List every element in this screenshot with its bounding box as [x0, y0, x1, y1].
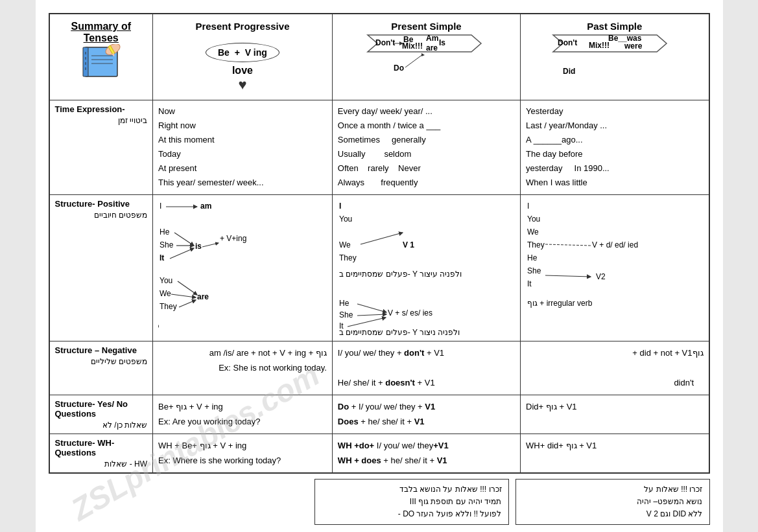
svg-text:were: were: [624, 41, 643, 51]
svg-text:V 1: V 1: [403, 240, 414, 249]
svg-text:is: is: [195, 242, 202, 251]
bottom-notes: זכרו !!! שאלות על הנושא בלבד תמיד יהיה ע…: [49, 479, 710, 526]
past-header-diagram: Don't Be__was were Mix!!! Did: [550, 32, 680, 87]
svg-text:V2: V2: [596, 272, 606, 281]
svg-line-37: [170, 248, 194, 259]
svg-line-59: [357, 314, 386, 316]
page: ZSLprintables.com Summary of Tenses: [36, 0, 723, 532]
struct-yn-ps: Do + I/ you/ we/ they + V1 Does + he/ sh…: [332, 395, 520, 434]
time-expression-row: Time Expression- ביטויי זמן NowRight now…: [49, 100, 709, 195]
struct-wh-pp: WH + Be+ גוף + V + ing Ex: Where is she …: [153, 434, 333, 473]
svg-text:Did: Did: [563, 67, 575, 76]
main-table: Summary of Tenses: [49, 13, 710, 474]
struct-yn-row: Structure- Yes/ No Questions שאלות כן/ ל…: [49, 395, 709, 434]
svg-text:פעלים שמסתיימים ב- Y ולפניה ני: פעלים שמסתיימים ב- Y ולפניה ניצור: [339, 328, 460, 335]
svg-text:V + d/ ed/ ied: V + d/ ed/ ied: [592, 240, 638, 249]
struct-neg-ps: I/ you/ we/ they + don't + V1 He/ she/ i…: [332, 341, 520, 395]
svg-text:You: You: [160, 276, 172, 285]
svg-text:I: I: [527, 202, 529, 211]
struct-wh-past: WH+ did+ גוף + V1: [521, 434, 709, 473]
struct-wh-label: Structure- WH- Questions WH - שאלות: [49, 434, 153, 473]
ps-structure-diagram: I You We They V 1 פעלים שמסתיימים ב- Y ו…: [338, 199, 468, 335]
bottom-note2: זכרו !!! שאלות על נושא המשפט– יהיה ללא D…: [515, 479, 710, 526]
struct-yn-label: Structure- Yes/ No Questions שאלות כן/ ל…: [49, 395, 153, 434]
svg-line-40: [202, 243, 219, 247]
header-row: Summary of Tenses: [49, 14, 709, 100]
svg-text:Is: Is: [439, 38, 445, 47]
struct-wh-ps: WH +do+ I/ you/ we/ they+V1 WH + does + …: [332, 434, 520, 473]
svg-line-58: [357, 304, 386, 312]
svg-rect-1: [83, 47, 88, 76]
col1-header: Summary of Tenses: [49, 14, 153, 100]
time-past: Yesterday Last / year/Monday ... A _____…: [521, 100, 709, 195]
svg-text:פעלים שמסתיימים באותיות שורקות: פעלים שמסתיימים באותיות שורקות +: [158, 321, 160, 330]
svg-line-35: [174, 233, 194, 246]
svg-text:He: He: [160, 227, 170, 237]
bottom-note1: זכרו !!! שאלות על הנושא בלבד תמיד יהיה ע…: [314, 479, 509, 526]
svg-text:They: They: [160, 302, 177, 311]
struct-positive-row: Structure- Positive משפטים חיוביים I am: [49, 194, 709, 341]
svg-text:It: It: [160, 253, 164, 262]
notebook-icon: [75, 44, 127, 83]
struct-yn-past: Did+ גוף + V1: [521, 395, 709, 434]
svg-text:He: He: [339, 299, 349, 308]
svg-text:am: am: [200, 202, 211, 211]
col2-header: Present Progressive Be + V ing love ♥: [153, 14, 333, 100]
svg-text:Mix!!!: Mix!!!: [402, 41, 423, 51]
svg-text:Mix!!!: Mix!!!: [589, 41, 610, 50]
struct-pos-past: I You We They He She It V + d/ ed/ ied V…: [521, 194, 709, 341]
col4-header: Past Simple Don't Be__was were Mix!!! Di…: [521, 14, 709, 100]
pp-formula: Be + V ing love ♥: [158, 43, 327, 93]
svg-text:We: We: [527, 227, 539, 237]
svg-text:She: She: [339, 310, 353, 319]
svg-text:She: She: [160, 240, 174, 249]
svg-line-21: [405, 54, 423, 67]
svg-text:Do: Do: [394, 64, 404, 73]
svg-text:You: You: [339, 214, 352, 224]
struct-yn-pp: Be+ גוף + V + ing Ex: Are you working to…: [153, 395, 333, 434]
svg-marker-22: [421, 53, 425, 56]
svg-line-44: [178, 281, 197, 295]
svg-text:Don't: Don't: [558, 38, 577, 47]
time-ps: Every day/ week/ year/ ... Once a month …: [332, 100, 520, 195]
svg-line-46: [179, 300, 196, 307]
svg-text:We: We: [160, 289, 171, 298]
svg-text:+ V+ing: + V+ing: [220, 234, 246, 243]
svg-text:They: They: [527, 240, 545, 249]
time-label: Time Expression- ביטויי זמן: [49, 100, 153, 195]
svg-line-73: [545, 275, 591, 277]
struct-wh-row: Structure- WH- Questions WH - שאלות WH +…: [49, 434, 709, 473]
svg-text:I: I: [339, 202, 341, 211]
svg-text:are: are: [197, 292, 209, 301]
svg-text:גוף + irregular verb: גוף + irregular verb: [527, 299, 593, 308]
struct-neg-past: גוף + did + not + V1 didn't: [521, 341, 709, 395]
svg-text:It: It: [527, 279, 532, 288]
struct-pos-pp: I am: [153, 194, 333, 341]
svg-text:She: She: [527, 266, 541, 275]
svg-line-71: [545, 244, 591, 246]
past-structure-diagram: I You We They He She It V + d/ ed/ ied V…: [526, 199, 656, 335]
pp-structure-diagram: I am: [158, 199, 281, 335]
svg-line-45: [171, 294, 196, 297]
svg-text:are: are: [426, 43, 438, 52]
svg-text:I: I: [160, 202, 161, 211]
svg-text:You: You: [527, 214, 540, 224]
struct-neg-pp: גוף + am /is/ are + not + V + ing Ex: Sh…: [153, 341, 333, 395]
svg-text:Am: Am: [426, 34, 438, 43]
svg-line-62: [348, 318, 386, 327]
svg-text:V + s/ es/ ies: V + s/ es/ ies: [388, 308, 432, 318]
ps-header-diagram: Don't Be Am Is are Mix!!! Do: [361, 32, 491, 87]
svg-text:We: We: [339, 240, 351, 249]
svg-text:פעלים שמסתיימים ב- Y ולפניה עי: פעלים שמסתיימים ב- Y ולפניה עיצור: [339, 270, 462, 279]
svg-text:They: They: [339, 253, 357, 262]
struct-pos-label: Structure- Positive משפטים חיוביים: [49, 194, 153, 341]
svg-line-53: [361, 233, 403, 244]
struct-negative-row: Structure – Negative משפטים שליליים גוף …: [49, 341, 709, 395]
time-pp: NowRight nowAt this momentTodayAt presen…: [153, 100, 333, 195]
svg-text:Don't: Don't: [375, 38, 395, 47]
struct-neg-label: Structure – Negative משפטים שליליים: [49, 341, 153, 395]
col3-header: Present Simple Don't Be Am Is are Mix!!!: [332, 14, 520, 100]
svg-text:He: He: [527, 253, 538, 262]
struct-pos-ps: I You We They V 1 פעלים שמסתיימים ב- Y ו…: [332, 194, 520, 341]
